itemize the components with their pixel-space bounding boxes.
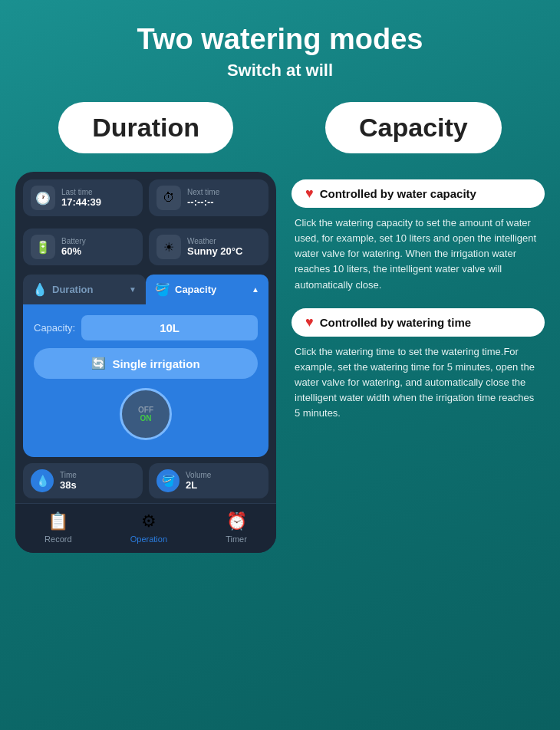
- nav-operation[interactable]: ⚙ Operation: [130, 511, 167, 544]
- toggle-off-label: OFF: [138, 406, 153, 414]
- timer-icon: ⏰: [226, 511, 247, 531]
- mode-labels-row: Duration Capacity: [15, 102, 545, 153]
- mode-label-duration[interactable]: Duration: [58, 102, 233, 153]
- tab-capacity[interactable]: 🪣 Capacity ▲: [146, 275, 268, 304]
- irrigation-button[interactable]: 🔄 Single irrigation: [34, 348, 258, 379]
- toggle-container: OFF ON: [34, 388, 258, 440]
- page-subtitle: Switch at will: [227, 61, 333, 81]
- volume-value: 2L: [186, 479, 211, 491]
- battery-value: 60%: [61, 245, 86, 257]
- bottom-stats: 💧 Time 38s 🪣 Volume 2L: [15, 457, 276, 503]
- next-time-icon: ⏱: [156, 186, 181, 210]
- tab-duration-arrow: ▼: [129, 285, 137, 294]
- last-time-card: 🕐 Last time 17:44:39: [23, 179, 143, 216]
- info-card-capacity-title: Controlled by water capacity: [320, 187, 476, 200]
- operation-label: Operation: [130, 534, 167, 544]
- info-card-time-header: ♥ Controlled by watering time: [292, 308, 545, 337]
- next-time-label: Next time: [187, 188, 219, 196]
- info-card-capacity: ♥ Controlled by water capacity Click the…: [292, 179, 545, 293]
- time-icon: 💧: [31, 469, 54, 492]
- operation-icon: ⚙: [141, 511, 156, 531]
- volume-label: Volume: [186, 471, 211, 479]
- time-card: 💧 Time 38s: [23, 463, 143, 498]
- volume-card: 🪣 Volume 2L: [149, 463, 268, 498]
- capacity-panel: Capacity: 10L 🔄 Single irrigation OFF ON: [23, 304, 268, 457]
- next-time-value: --:--:--: [187, 196, 219, 208]
- info-card-time-title: Controlled by watering time: [320, 316, 472, 329]
- weather-icon: ☀: [156, 235, 181, 259]
- tab-duration[interactable]: 💧 Duration ▼: [23, 275, 146, 304]
- info-card-time: ♥ Controlled by watering time Click the …: [292, 308, 545, 422]
- tab-duration-label: Duration: [52, 284, 93, 295]
- main-container: Two watering modes Switch at will Durati…: [0, 0, 560, 730]
- heart-icon-1: ♥: [305, 186, 314, 202]
- info-card-capacity-body: Click the watering capacity to set the a…: [292, 215, 545, 293]
- capacity-row: Capacity: 10L: [34, 315, 258, 340]
- irrigation-label: Single irrigation: [112, 357, 199, 370]
- record-icon: 📋: [48, 511, 68, 531]
- system-row: 🔋 Battery 60% ☀ Weather Sunny 20°C: [15, 221, 276, 270]
- info-card-capacity-header: ♥ Controlled by water capacity: [292, 179, 545, 208]
- tab-capacity-arrow: ▲: [252, 285, 259, 294]
- content-row: 🕐 Last time 17:44:39 ⏱ Next time --:--:-…: [15, 172, 545, 553]
- mode-label-capacity[interactable]: Capacity: [325, 102, 502, 153]
- duration-tab-icon: 💧: [32, 282, 48, 297]
- battery-card: 🔋 Battery 60%: [23, 229, 143, 265]
- last-time-value: 17:44:39: [61, 196, 101, 208]
- time-value: 38s: [60, 479, 77, 491]
- irrigation-icon: 🔄: [91, 357, 106, 370]
- battery-icon: 🔋: [31, 235, 55, 259]
- status-row: 🕐 Last time 17:44:39 ⏱ Next time --:--:-…: [15, 172, 276, 221]
- page-title: Two watering modes: [137, 23, 423, 56]
- heart-icon-2: ♥: [305, 314, 314, 330]
- record-label: Record: [44, 534, 71, 544]
- next-time-card: ⏱ Next time --:--:--: [149, 179, 268, 216]
- toggle-on-label: ON: [140, 414, 152, 423]
- nav-record[interactable]: 📋 Record: [44, 511, 71, 544]
- volume-icon: 🪣: [156, 469, 180, 492]
- info-card-time-body: Click the watering time to set the water…: [292, 344, 545, 422]
- capacity-value-box[interactable]: 10L: [81, 315, 258, 340]
- tab-capacity-label: Capacity: [175, 284, 216, 295]
- time-label: Time: [60, 471, 77, 479]
- weather-value: Sunny 20°C: [187, 245, 242, 257]
- capacity-tab-icon: 🪣: [155, 282, 170, 297]
- timer-label: Timer: [226, 534, 247, 544]
- toggle-switch[interactable]: OFF ON: [120, 388, 172, 440]
- weather-label: Weather: [187, 237, 242, 245]
- capacity-key: Capacity:: [34, 322, 75, 334]
- battery-label: Battery: [61, 237, 86, 245]
- nav-timer[interactable]: ⏰ Timer: [226, 511, 247, 544]
- phone-mockup: 🕐 Last time 17:44:39 ⏱ Next time --:--:-…: [15, 172, 276, 553]
- last-time-label: Last time: [61, 188, 101, 196]
- info-panel: ♥ Controlled by water capacity Click the…: [292, 172, 545, 421]
- mode-tabs: 💧 Duration ▼ 🪣 Capacity ▲: [23, 275, 268, 304]
- last-time-icon: 🕐: [31, 186, 55, 210]
- weather-card: ☀ Weather Sunny 20°C: [149, 229, 268, 265]
- nav-bar: 📋 Record ⚙ Operation ⏰ Timer: [15, 503, 276, 553]
